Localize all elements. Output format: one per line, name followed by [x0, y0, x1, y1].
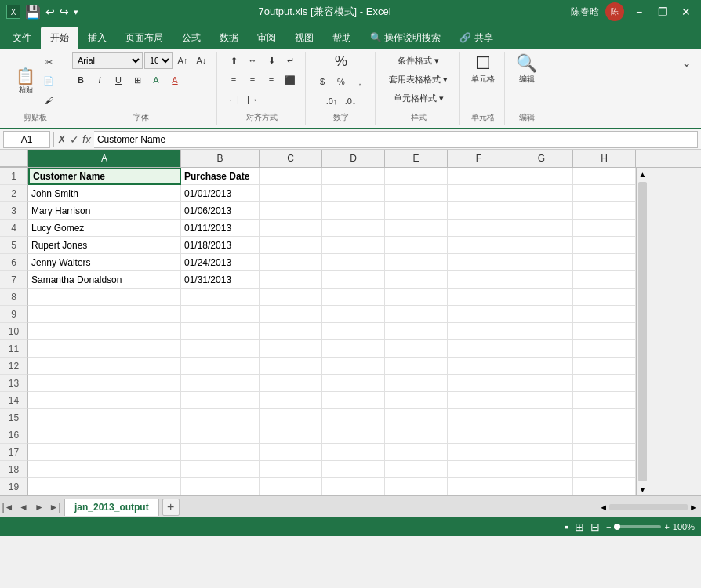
cell-r13c4[interactable] [322, 375, 385, 392]
sheet-nav-prev[interactable]: ◄ [16, 499, 31, 515]
row-number-6[interactable]: 6 [0, 254, 28, 271]
cell-r1c1[interactable]: Customer Name [28, 168, 181, 185]
cell-r12c5[interactable] [385, 358, 448, 375]
cell-r12c8[interactable] [573, 358, 636, 375]
cell-r17c5[interactable] [385, 444, 448, 461]
row-number-4[interactable]: 4 [0, 220, 28, 237]
cut-button[interactable]: ✂ [40, 54, 57, 71]
cell-r7c7[interactable] [510, 271, 573, 289]
cell-r10c2[interactable] [181, 323, 260, 340]
cell-r3c3[interactable] [260, 202, 322, 220]
cell-r2c5[interactable] [385, 185, 448, 202]
tab-file[interactable]: 文件 [3, 27, 41, 49]
cell-r11c4[interactable] [322, 340, 385, 358]
cell-r2c8[interactable] [573, 185, 636, 202]
close-button[interactable]: ✕ [677, 4, 695, 20]
row-number-10[interactable]: 10 [0, 323, 28, 340]
cell-r15c2[interactable] [181, 409, 260, 426]
cell-r10c6[interactable] [448, 323, 510, 340]
tab-data[interactable]: 数据 [210, 27, 248, 49]
cell-r6c8[interactable] [573, 254, 636, 271]
cell-r8c1[interactable] [28, 289, 181, 306]
zoom-slider[interactable] [614, 525, 661, 528]
formula-fx-icon[interactable]: fx [82, 133, 91, 146]
cell-r1c4[interactable] [322, 168, 385, 185]
sheet-tab-jan2013[interactable]: jan_2013_output [64, 499, 159, 516]
formula-input[interactable] [94, 131, 698, 148]
border-button[interactable]: ⊞ [129, 71, 146, 89]
cell-r15c8[interactable] [573, 409, 636, 426]
cell-r14c4[interactable] [322, 392, 385, 409]
cell-r19c5[interactable] [385, 478, 448, 495]
cell-r9c2[interactable] [181, 306, 260, 323]
cell-r3c4[interactable] [322, 202, 385, 220]
increase-font-btn[interactable]: A↑ [174, 52, 191, 69]
row-number-12[interactable]: 12 [0, 358, 28, 375]
restore-button[interactable]: ❐ [654, 4, 671, 20]
cell-r5c4[interactable] [322, 237, 385, 254]
cell-r13c3[interactable] [260, 375, 322, 392]
dec-inc-btn[interactable]: .0↑ [323, 93, 340, 110]
cell-r12c3[interactable] [260, 358, 322, 375]
row-number-1[interactable]: 1 [0, 168, 28, 185]
cell-r7c2[interactable]: 01/31/2013 [181, 271, 260, 289]
cell-r7c5[interactable] [385, 271, 448, 289]
row-number-3[interactable]: 3 [0, 202, 28, 220]
col-header-b[interactable]: B [181, 150, 260, 167]
cell-r15c5[interactable] [385, 409, 448, 426]
percent-btn[interactable]: % [332, 73, 350, 90]
edit-btn[interactable]: 🔍 编辑 [513, 52, 540, 86]
cell-r4c2[interactable]: 01/11/2013 [181, 220, 260, 237]
row-number-16[interactable]: 16 [0, 426, 28, 444]
copy-button[interactable]: 📄 [40, 73, 57, 90]
row-number-5[interactable]: 5 [0, 237, 28, 254]
cell-r6c6[interactable] [448, 254, 510, 271]
row-number-9[interactable]: 9 [0, 306, 28, 323]
cell-r11c2[interactable] [181, 340, 260, 358]
cell-r16c1[interactable] [28, 426, 181, 444]
align-right-btn[interactable]: ≡ [263, 71, 280, 89]
cell-reference-input[interactable]: A1 [3, 131, 50, 148]
cell-r11c5[interactable] [385, 340, 448, 358]
cell-r17c4[interactable] [322, 444, 385, 461]
tab-review[interactable]: 审阅 [248, 27, 285, 49]
cell-r14c7[interactable] [510, 392, 573, 409]
cell-r18c4[interactable] [322, 461, 385, 478]
font-family-select[interactable]: Arial [72, 52, 143, 69]
cell-r11c3[interactable] [260, 340, 322, 358]
cell-r8c5[interactable] [385, 289, 448, 306]
cell-r16c5[interactable] [385, 426, 448, 444]
cell-r17c1[interactable] [28, 444, 181, 461]
zoom-out-btn[interactable]: − [606, 522, 611, 532]
align-top-btn[interactable]: ⬆ [225, 52, 242, 69]
cell-r16c4[interactable] [322, 426, 385, 444]
cell-r19c4[interactable] [322, 478, 385, 495]
cell-r16c7[interactable] [510, 426, 573, 444]
cell-r3c7[interactable] [510, 202, 573, 220]
cell-r17c3[interactable] [260, 444, 322, 461]
cell-r2c3[interactable] [260, 185, 322, 202]
indent-dec-btn[interactable]: ←| [225, 91, 242, 108]
comma-btn[interactable]: , [351, 73, 369, 90]
cell-r3c6[interactable] [448, 202, 510, 220]
vertical-scrollbar[interactable]: ▲ ▼ [636, 168, 648, 495]
align-middle-btn[interactable]: ↔ [244, 52, 261, 69]
cell-r12c6[interactable] [448, 358, 510, 375]
cell-r10c4[interactable] [322, 323, 385, 340]
conditional-format-btn[interactable]: 条件格式 ▾ [383, 52, 453, 69]
cell-r8c6[interactable] [448, 289, 510, 306]
cell-r11c7[interactable] [510, 340, 573, 358]
cell-r15c4[interactable] [322, 409, 385, 426]
page-layout-btn[interactable]: ⊞ [575, 521, 584, 533]
cell-r16c6[interactable] [448, 426, 510, 444]
cell-r19c8[interactable] [573, 478, 636, 495]
cell-r9c5[interactable] [385, 306, 448, 323]
tab-home[interactable]: 开始 [41, 27, 78, 49]
cell-r3c5[interactable] [385, 202, 448, 220]
cell-r10c1[interactable] [28, 323, 181, 340]
formula-cancel-icon[interactable]: ✗ [57, 133, 67, 146]
cell-r7c1[interactable]: Samantha Donaldson [28, 271, 181, 289]
cell-r1c7[interactable] [510, 168, 573, 185]
add-sheet-button[interactable]: + [162, 499, 180, 516]
cell-r17c7[interactable] [510, 444, 573, 461]
